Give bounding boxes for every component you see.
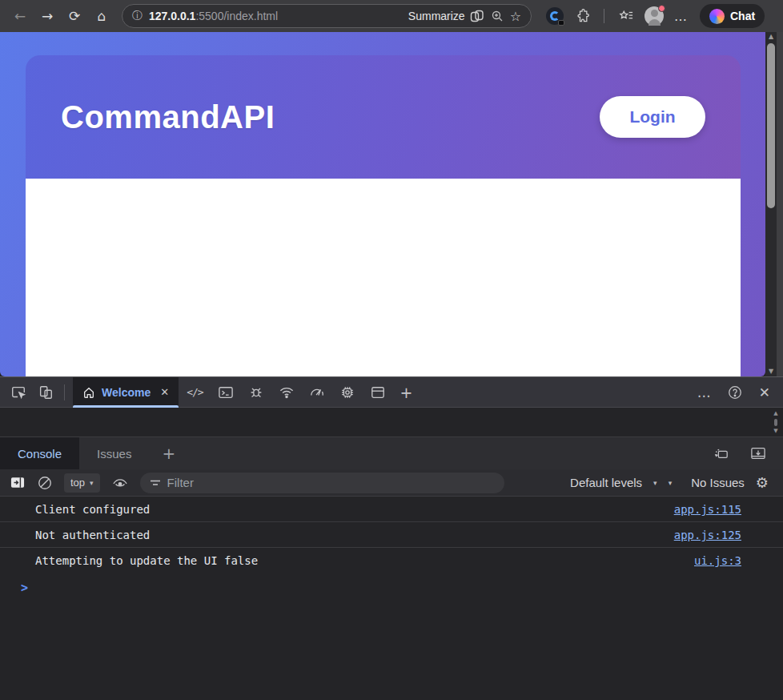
page-content <box>26 179 741 376</box>
expand-panel-icon[interactable] <box>749 446 767 461</box>
application-panel-icon[interactable] <box>370 385 386 400</box>
site-info-icon[interactable]: ⓘ <box>132 9 143 23</box>
avatar-head <box>651 10 658 17</box>
tabbar-divider <box>64 384 65 400</box>
prompt-chevron-icon: > <box>21 581 28 595</box>
welcome-home-icon <box>82 386 95 399</box>
tab-welcome[interactable]: Welcome ✕ <box>73 377 179 408</box>
console-message-text: Attempting to update the UI false <box>35 554 258 567</box>
page-viewport: CommandAPI Login ▲ ▼ <box>0 32 783 376</box>
console-prompt[interactable]: > <box>0 573 783 595</box>
favorites-hub-icon[interactable] <box>618 9 634 23</box>
tab-issues[interactable]: Issues <box>79 437 149 469</box>
console-message-row: Attempting to update the UI false ui.js:… <box>0 548 783 573</box>
chat-label: Chat <box>730 10 755 22</box>
devtools-tabbar: Welcome ✕ </> <box>0 377 783 408</box>
inspect-element-icon[interactable] <box>5 380 32 404</box>
toolbar-divider <box>604 9 604 23</box>
welcome-tab-label: Welcome <box>102 386 151 399</box>
scrollbar-thumb[interactable] <box>767 43 775 208</box>
context-selector[interactable]: top ▾ <box>64 473 100 493</box>
console-tab-label: Console <box>18 447 62 461</box>
devtools-close-icon[interactable]: ✕ <box>759 384 770 400</box>
console-toolbar-right: Default levels ▾ ▾ No Issues ⚙ <box>570 474 773 491</box>
devtools-tabbar-right: … ✕ <box>697 384 778 400</box>
copilot-chat-button[interactable]: Chat <box>700 4 765 28</box>
zoom-icon[interactable] <box>491 10 504 22</box>
device-toolbar-icon[interactable] <box>32 380 59 404</box>
privacy-extension-icon[interactable] <box>546 7 564 25</box>
levels-caret-icon[interactable]: ▾ <box>653 479 657 487</box>
tab-console[interactable]: Console <box>0 437 79 469</box>
forward-icon[interactable]: → <box>35 4 59 28</box>
console-filter[interactable] <box>140 473 504 493</box>
login-button[interactable]: Login <box>600 96 705 138</box>
notification-dot <box>658 5 665 12</box>
home-icon[interactable]: ⌂ <box>90 4 114 28</box>
devtools-menu-icon[interactable]: … <box>697 384 711 400</box>
more-filters-caret-icon[interactable]: ▾ <box>669 479 673 487</box>
avatar-body <box>648 19 661 26</box>
scroll-down-icon[interactable]: ▼ <box>769 367 773 376</box>
dock-rotate-icon[interactable] <box>713 446 730 461</box>
profile-avatar[interactable] <box>644 6 664 26</box>
network-wifi-icon[interactable] <box>279 385 295 400</box>
devtools-panel: Welcome ✕ </> <box>0 376 783 700</box>
more-tabs-plus-icon[interactable]: + <box>400 384 413 401</box>
copilot-logo-icon <box>709 9 725 24</box>
scroll-up-icon[interactable]: ▲ <box>769 32 773 42</box>
context-caret-icon: ▾ <box>90 479 94 487</box>
url-text[interactable]: 127.0.0.1:5500/index.html <box>149 10 278 22</box>
mini-scroll-thumb[interactable] <box>774 419 777 426</box>
elements-panel-icon[interactable]: </> <box>187 386 203 398</box>
filter-input[interactable] <box>167 476 495 489</box>
mini-scroll-down-icon[interactable]: ▼ <box>773 428 777 434</box>
url-host: 127.0.0.1 <box>149 10 195 22</box>
browser-toolbar: ← → ⟳ ⌂ ⓘ 127.0.0.1:5500/index.html Summ… <box>0 0 783 32</box>
filter-funnel-icon <box>150 478 161 488</box>
console-message-text: Client configured <box>35 503 150 516</box>
summarize-icon <box>470 10 484 22</box>
page-header: CommandAPI Login <box>26 55 741 179</box>
window-edge <box>777 32 783 376</box>
back-icon[interactable]: ← <box>8 4 32 28</box>
page-title: CommandAPI <box>61 99 275 135</box>
lock-badge-icon <box>558 20 564 26</box>
context-label: top <box>70 477 85 489</box>
console-settings-gear-icon[interactable]: ⚙ <box>756 474 769 491</box>
clear-console-icon[interactable] <box>37 475 53 491</box>
drawer-right-icons <box>713 437 783 469</box>
welcome-panel-strip: ▲ ▼ <box>0 408 783 437</box>
extensions-puzzle-icon[interactable] <box>574 8 590 24</box>
console-panel-icon[interactable] <box>218 385 234 400</box>
console-toolbar: top ▾ Default levels ▾ ▾ No Issues ⚙ <box>0 469 783 497</box>
favorite-star-icon[interactable]: ☆ <box>510 9 521 24</box>
drawer-add-tab-icon[interactable]: + <box>149 437 188 469</box>
welcome-mini-scrollbar[interactable]: ▲ ▼ <box>771 410 781 434</box>
mini-scroll-up-icon[interactable]: ▲ <box>773 410 777 416</box>
panel-icons: </> <box>187 384 412 401</box>
extensions-cluster: … <box>546 6 687 26</box>
source-link[interactable]: app.js:115 <box>674 503 741 516</box>
welcome-tab-close-icon[interactable]: ✕ <box>160 386 169 398</box>
issues-tab-label: Issues <box>97 447 131 461</box>
live-expression-eye-icon[interactable] <box>111 476 129 490</box>
drawer-tabbar: Console Issues + <box>0 437 783 469</box>
console-message-row: Client configured app.js:115 <box>0 497 783 522</box>
source-link[interactable]: app.js:125 <box>674 529 741 541</box>
no-issues-label[interactable]: No Issues <box>691 476 745 489</box>
source-link[interactable]: ui.js:3 <box>694 554 741 567</box>
browser-menu-icon[interactable]: … <box>674 9 687 24</box>
performance-gauge-icon[interactable] <box>309 385 325 400</box>
summarize-button[interactable]: Summarize <box>408 10 484 22</box>
refresh-icon[interactable]: ⟳ <box>62 4 86 28</box>
url-path: :5500/index.html <box>195 10 278 22</box>
console-sidebar-icon[interactable] <box>10 476 26 489</box>
levels-dropdown[interactable]: Default levels <box>570 476 642 489</box>
page-scrollbar[interactable]: ▲ ▼ <box>765 32 777 376</box>
memory-chip-icon[interactable] <box>339 384 355 400</box>
page-card: CommandAPI Login <box>26 55 741 376</box>
debugger-bug-icon[interactable] <box>248 384 264 400</box>
help-icon[interactable] <box>727 384 743 400</box>
address-bar[interactable]: ⓘ 127.0.0.1:5500/index.html Summarize ☆ <box>122 4 532 28</box>
